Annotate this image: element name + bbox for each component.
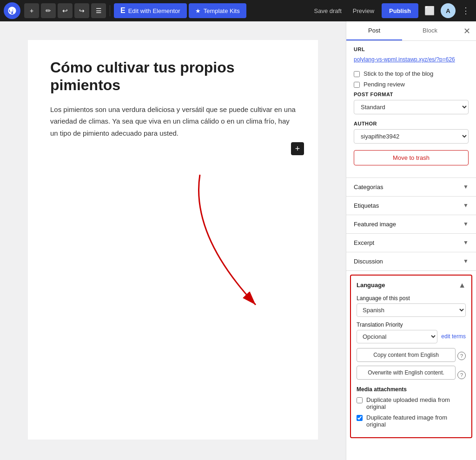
post-title[interactable]: Cómo cultivar tus propios pimientos bbox=[50, 59, 296, 94]
url-label: URL bbox=[354, 46, 469, 52]
duplicate-featured-row: Duplicate featured image from original bbox=[357, 414, 466, 428]
discussion-section: Discussion ▼ bbox=[346, 252, 476, 270]
excerpt-section: Excerpt ▼ bbox=[346, 233, 476, 252]
add-block-inline-button[interactable]: + bbox=[291, 142, 304, 155]
post-body[interactable]: Los pimientos son una verdura deliciosa … bbox=[50, 104, 296, 139]
featured-image-section: Featured image ▼ bbox=[346, 215, 476, 233]
overwrite-button[interactable]: Overwrite with English content. bbox=[357, 366, 456, 380]
excerpt-chevron-icon: ▼ bbox=[463, 239, 469, 246]
language-of-post-select[interactable]: Spanish bbox=[357, 303, 466, 317]
elementor-label: Edit with Elementor bbox=[128, 7, 180, 14]
featured-image-title: Featured image bbox=[354, 221, 396, 228]
templatekits-label: Template Kits bbox=[204, 7, 240, 14]
language-collapse-button[interactable]: ▲ bbox=[458, 281, 466, 289]
featured-image-header[interactable]: Featured image ▼ bbox=[346, 215, 476, 233]
editor-area: Cómo cultivar tus propios pimientos Los … bbox=[0, 21, 346, 460]
duplicate-uploaded-row: Duplicate uploaded media from original bbox=[357, 396, 466, 410]
author-label: AUTHOR bbox=[354, 121, 469, 126]
url-value[interactable]: polylang-vs-wpml.instawp.xyz/es/?p=626 bbox=[354, 56, 455, 63]
copy-content-help-icon[interactable]: ? bbox=[457, 352, 466, 360]
add-block-toolbar-button[interactable]: + bbox=[24, 3, 39, 18]
excerpt-title: Excerpt bbox=[354, 239, 374, 246]
language-panel: Language ▲ Language of this post Spanish… bbox=[350, 275, 472, 438]
sidebar-body: URL polylang-vs-wpml.instawp.xyz/es/?p=6… bbox=[346, 41, 476, 177]
undo-button[interactable]: ↩ bbox=[58, 3, 73, 18]
categories-section: Categorías ▼ bbox=[346, 177, 476, 196]
categories-chevron-icon: ▼ bbox=[463, 184, 469, 190]
pending-review-label: Pending review bbox=[364, 81, 405, 88]
author-select[interactable]: siyapifihe3942 bbox=[354, 129, 469, 144]
discussion-title: Discussion bbox=[354, 258, 383, 265]
edit-with-elementor-button[interactable]: E Edit with Elementor bbox=[114, 3, 187, 18]
duplicate-uploaded-label: Duplicate uploaded media from original bbox=[366, 396, 466, 410]
pending-review-row: Pending review bbox=[354, 81, 469, 88]
discussion-header[interactable]: Discussion ▼ bbox=[346, 252, 476, 270]
language-of-post-label: Language of this post bbox=[357, 295, 466, 302]
stick-to-top-label: Stick to the top of the blog bbox=[364, 70, 433, 77]
settings-icon-button[interactable]: ⬜ bbox=[422, 3, 437, 18]
copy-content-button[interactable]: Copy content from English bbox=[357, 348, 456, 362]
language-panel-header: Language ▲ bbox=[357, 281, 466, 289]
toolbar: + ✏ ↩ ↪ ☰ E Edit with Elementor ★ Templa… bbox=[0, 0, 476, 21]
copy-content-row: Copy content from English ? bbox=[357, 348, 466, 364]
preview-button[interactable]: Preview bbox=[349, 6, 378, 16]
categories-title: Categorías bbox=[354, 184, 383, 191]
sidebar: Post Block ✕ URL polylang-vs-wpml.instaw… bbox=[346, 21, 476, 460]
tab-post[interactable]: Post bbox=[346, 21, 402, 40]
post-format-select[interactable]: Standard bbox=[354, 100, 469, 114]
language-section: Language ▲ Language of this post Spanish… bbox=[346, 270, 476, 442]
tools-button[interactable]: ✏ bbox=[41, 3, 56, 18]
list-view-button[interactable]: ☰ bbox=[91, 3, 106, 18]
etiquetas-chevron-icon: ▼ bbox=[463, 202, 469, 209]
toolbar-right: Save draft Preview Publish ⬜ A ⋮ bbox=[311, 3, 472, 18]
move-trash-field: Move to trash bbox=[354, 150, 469, 165]
wp-logo[interactable] bbox=[4, 2, 20, 19]
editor-content: Cómo cultivar tus propios pimientos Los … bbox=[28, 40, 318, 440]
translation-priority-select[interactable]: Opcional bbox=[357, 330, 437, 343]
language-panel-title: Language bbox=[357, 282, 385, 289]
media-attachments-label: Media attachments bbox=[357, 386, 466, 393]
excerpt-header[interactable]: Excerpt ▼ bbox=[346, 234, 476, 252]
user-avatar-button[interactable]: A bbox=[441, 3, 456, 18]
featured-image-chevron-icon: ▼ bbox=[463, 221, 469, 227]
etiquetas-title: Etiquetas bbox=[354, 202, 379, 209]
post-format-field: POST FORMAT Standard bbox=[354, 92, 469, 114]
etiquetas-section: Etiquetas ▼ bbox=[346, 196, 476, 215]
redo-button[interactable]: ↪ bbox=[74, 3, 89, 18]
etiquetas-header[interactable]: Etiquetas ▼ bbox=[346, 197, 476, 215]
duplicate-uploaded-checkbox[interactable] bbox=[357, 397, 363, 403]
author-field: AUTHOR siyapifihe3942 bbox=[354, 121, 469, 144]
template-kits-button[interactable]: ★ Template Kits bbox=[189, 3, 246, 18]
overwrite-help-icon[interactable]: ? bbox=[457, 371, 466, 379]
toolbar-separator bbox=[110, 5, 110, 16]
translation-priority-label: Translation Priority bbox=[357, 322, 466, 328]
edit-terms-link[interactable]: edit terms bbox=[441, 333, 466, 340]
move-to-trash-button[interactable]: Move to trash bbox=[354, 150, 469, 165]
more-options-button[interactable]: ⋮ bbox=[459, 4, 472, 17]
overwrite-row: Overwrite with English content. ? bbox=[357, 366, 466, 384]
duplicate-featured-checkbox[interactable] bbox=[357, 415, 363, 421]
stick-to-top-checkbox[interactable] bbox=[354, 71, 360, 77]
star-icon: ★ bbox=[195, 7, 201, 14]
save-draft-button[interactable]: Save draft bbox=[311, 6, 345, 16]
sidebar-header: Post Block ✕ bbox=[346, 21, 476, 41]
duplicate-featured-label: Duplicate featured image from original bbox=[366, 414, 466, 428]
sidebar-close-button[interactable]: ✕ bbox=[458, 23, 476, 39]
discussion-chevron-icon: ▼ bbox=[463, 258, 469, 264]
categories-header[interactable]: Categorías ▼ bbox=[346, 178, 476, 196]
tab-block[interactable]: Block bbox=[402, 21, 458, 40]
publish-button[interactable]: Publish bbox=[382, 3, 418, 18]
url-field: URL polylang-vs-wpml.instawp.xyz/es/?p=6… bbox=[354, 46, 469, 64]
post-format-label: POST FORMAT bbox=[354, 92, 469, 97]
stick-to-top-row: Stick to the top of the blog bbox=[354, 70, 469, 77]
main-area: Cómo cultivar tus propios pimientos Los … bbox=[0, 21, 476, 460]
elementor-icon: E bbox=[120, 7, 126, 15]
pending-review-checkbox[interactable] bbox=[354, 82, 360, 88]
